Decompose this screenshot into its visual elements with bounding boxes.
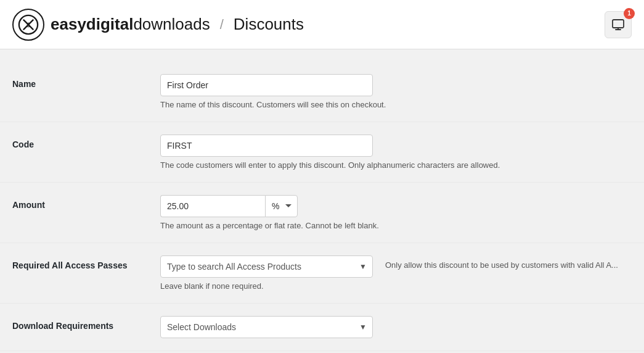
amount-help: The amount as a percentage or flat rate.… [160, 221, 632, 230]
header-right: 1 [605, 11, 632, 38]
name-control-area: The name of this discount. Customers wil… [160, 74, 632, 109]
code-row: Code The code customers will enter to ap… [0, 122, 644, 183]
main-content: Name The name of this discount. Customer… [0, 49, 644, 353]
logo-bold: easydigital [51, 15, 133, 33]
required-all-access-label: Required All Access Passes [12, 255, 160, 270]
amount-input[interactable] [160, 195, 265, 217]
download-requirements-control-area: Select Downloads ▼ [160, 316, 632, 338]
required-row-inner: Type to search All Access Products ▼ Onl… [160, 255, 632, 278]
all-access-side-note: Only allow this discount to be used by c… [385, 255, 618, 270]
code-help: The code customers will enter to apply t… [160, 160, 632, 170]
downloads-dropdown-wrapper: Select Downloads ▼ [160, 316, 373, 338]
required-all-access-control-area: Type to search All Access Products ▼ Onl… [160, 255, 632, 291]
monitor-icon [611, 18, 625, 31]
code-input[interactable] [160, 135, 373, 157]
amount-row: Amount % $ The amount as a percentage or… [0, 183, 644, 243]
amount-type-select[interactable]: % $ [265, 195, 298, 217]
code-label: Code [12, 135, 160, 149]
logo-text: easydigitaldownloads [51, 15, 210, 34]
downloads-dropdown[interactable]: Select Downloads [160, 316, 373, 338]
download-requirements-label: Download Requirements [12, 316, 160, 331]
logo-area: $ easydigitaldownloads / Discounts [12, 9, 304, 41]
all-access-dropdown-wrapper: Type to search All Access Products ▼ [160, 255, 373, 278]
logo-icon: $ [12, 9, 44, 41]
download-requirements-row: Download Requirements Select Downloads ▼ [0, 304, 644, 351]
all-access-dropdown[interactable]: Type to search All Access Products [160, 255, 373, 278]
all-access-help: Leave blank if none required. [160, 281, 632, 291]
amount-inputs-group: % $ [160, 195, 632, 217]
breadcrumb-separator: / [220, 17, 224, 33]
notification-badge: 1 [624, 8, 635, 19]
header: $ easydigitaldownloads / Discounts 1 [0, 0, 644, 49]
amount-control-area: % $ The amount as a percentage or flat r… [160, 195, 632, 230]
name-row: Name The name of this discount. Customer… [0, 62, 644, 122]
logo-normal: downloads [133, 15, 210, 33]
notification-button[interactable]: 1 [605, 11, 632, 38]
name-label: Name [12, 74, 160, 89]
svg-text:$: $ [26, 20, 30, 28]
amount-label: Amount [12, 195, 160, 210]
svg-rect-4 [613, 20, 624, 28]
name-help: The name of this discount. Customers wil… [160, 100, 632, 109]
required-all-access-row: Required All Access Passes Type to searc… [0, 243, 644, 304]
name-input[interactable] [160, 74, 373, 96]
page-title: Discounts [234, 15, 304, 34]
code-control-area: The code customers will enter to apply t… [160, 135, 632, 170]
